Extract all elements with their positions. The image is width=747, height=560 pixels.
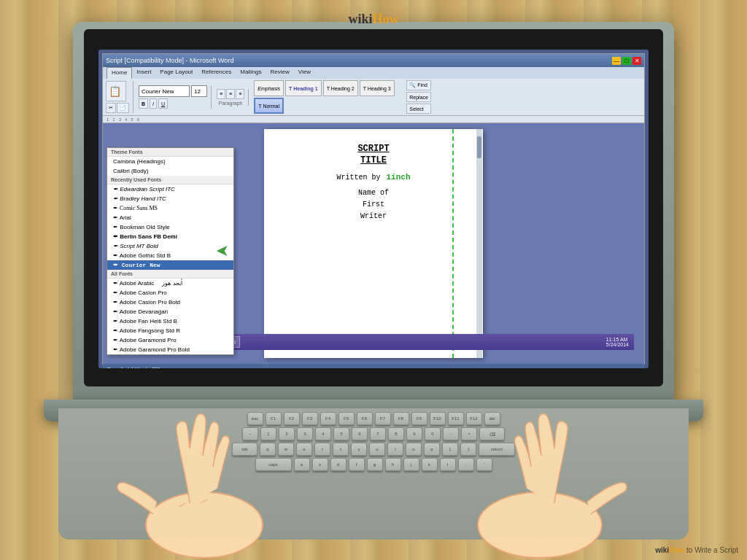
font-size-box[interactable]: 12 (191, 85, 207, 97)
scrollbar[interactable] (476, 129, 482, 358)
tab-references[interactable]: References (197, 67, 236, 79)
key-t[interactable]: t (333, 443, 349, 456)
style-heading1[interactable]: T Heading 1 (285, 80, 322, 96)
key-return[interactable]: return (479, 443, 515, 456)
key-y[interactable]: y (351, 443, 367, 456)
key-f6[interactable]: F6 (357, 412, 373, 425)
key-k[interactable]: k (422, 458, 438, 471)
key-bracket-l[interactable]: [ (442, 443, 458, 456)
key-semi[interactable]: ; (458, 458, 474, 471)
style-emphasis[interactable]: Emphasis (254, 80, 284, 96)
font-adobe-gothic[interactable]: ✒ Adobe Gothic Std B (107, 251, 233, 260)
font-adobe-fanheiti[interactable]: ✒ Adobe Fan Heiti Std B (107, 316, 233, 326)
key-f[interactable]: f (349, 458, 365, 471)
key-j[interactable]: j (403, 458, 419, 471)
key-w[interactable]: w (278, 443, 294, 456)
font-adobe-caslon-bold[interactable]: ✒ Adobe Caslon Pro Bold (107, 298, 233, 307)
key-2[interactable]: 2 (279, 427, 295, 440)
key-3[interactable]: 3 (297, 427, 313, 440)
key-f12[interactable]: F12 (466, 412, 482, 425)
key-f11[interactable]: F11 (448, 412, 464, 425)
font-arial[interactable]: ✒ Arial (107, 213, 233, 222)
font-comic[interactable]: ✒ Comic Sans MS (107, 203, 233, 213)
key-del[interactable]: del (484, 412, 500, 425)
key-f2[interactable]: F2 (284, 412, 300, 425)
style-heading2[interactable]: T Heading 2 (323, 80, 358, 96)
key-a[interactable]: a (294, 458, 310, 471)
key-equals[interactable]: = (461, 427, 477, 440)
key-9[interactable]: 9 (406, 427, 422, 440)
key-1[interactable]: 1 (260, 427, 276, 440)
close-button[interactable]: ✕ (632, 57, 641, 65)
font-script-mt[interactable]: ✒ Script MT Bold (107, 241, 233, 251)
key-f4[interactable]: F4 (320, 412, 336, 425)
scroll-thumb[interactable] (477, 136, 481, 158)
key-minus[interactable]: - (443, 427, 459, 440)
maximize-button[interactable]: □ (622, 57, 631, 65)
font-adobe-devanagari[interactable]: ✒ Adobe Devanagari (107, 307, 233, 316)
cut-button[interactable]: ✂ (106, 103, 116, 113)
key-7[interactable]: 7 (370, 427, 386, 440)
style-heading3[interactable]: T Heading 3 (360, 80, 395, 96)
key-d[interactable]: d (330, 458, 347, 471)
key-tilde[interactable]: ~ (242, 427, 258, 440)
key-f1[interactable]: F1 (266, 412, 282, 425)
key-h[interactable]: h (385, 458, 401, 471)
minimize-button[interactable]: — (612, 57, 621, 65)
tab-page-layout[interactable]: Page Layout (155, 67, 197, 79)
key-o[interactable]: o (406, 443, 422, 456)
paste-button[interactable]: 📋 (106, 81, 126, 101)
key-u[interactable]: u (369, 443, 385, 456)
key-4[interactable]: 4 (315, 427, 331, 440)
align-center-button[interactable]: ≡ (226, 89, 235, 99)
tab-home[interactable]: Home (107, 67, 132, 79)
align-left-button[interactable]: ≡ (217, 89, 225, 99)
key-6[interactable]: 6 (352, 427, 368, 440)
key-e[interactable]: e (296, 443, 312, 456)
key-8[interactable]: 8 (388, 427, 404, 440)
italic-button[interactable]: I (150, 98, 157, 109)
underline-button[interactable]: U (158, 98, 168, 109)
key-r[interactable]: r (314, 443, 330, 456)
key-5[interactable]: 5 (333, 427, 349, 440)
font-dropdown[interactable]: Theme Fonts Cambria (Headings) Calibri (… (107, 147, 234, 355)
replace-button[interactable]: Replace (406, 92, 431, 102)
font-edwardian[interactable]: ✒ Edwardian Script ITC (107, 184, 233, 194)
tab-mailings[interactable]: Mailings (236, 67, 266, 79)
tab-insert[interactable]: Insert (132, 67, 155, 79)
font-courier-new[interactable]: ✒ Courier New (107, 260, 233, 270)
font-adobe-arabic[interactable]: ✒ Adobe Arabic أبجد هوز (107, 279, 233, 288)
key-i[interactable]: i (387, 443, 403, 456)
key-f10[interactable]: F10 (430, 412, 446, 425)
font-adobe-caslon[interactable]: ✒ Adobe Caslon Pro (107, 288, 233, 298)
font-adobe-fangsong[interactable]: ✒ Adobe Fangsong Std R (107, 326, 233, 335)
tab-view[interactable]: View (294, 67, 315, 79)
find-button[interactable]: 🔍 Find (406, 80, 431, 90)
font-adobe-garamond[interactable]: ✒ Adobe Garamond Pro (107, 335, 233, 345)
font-bookman[interactable]: ✒ Bookman Old Style (107, 222, 233, 232)
font-berlin[interactable]: ✒ Berlin Sans FB Demi (107, 232, 233, 241)
key-p[interactable]: p (424, 443, 440, 456)
font-bradley[interactable]: ✒ Bradley Hand ITC (107, 194, 233, 203)
font-cambria[interactable]: Cambria (Headings) (107, 157, 233, 166)
bold-button[interactable]: B (139, 98, 148, 109)
key-quote[interactable]: ' (476, 458, 492, 471)
tab-review[interactable]: Review (266, 67, 294, 79)
key-esc[interactable]: esc (247, 412, 263, 425)
font-name-box[interactable]: Courier New (139, 85, 190, 97)
align-right-button[interactable]: ≡ (236, 89, 244, 99)
font-adobe-garamond-bold[interactable]: ✒ Adobe Garamond Pro Bold (107, 345, 233, 354)
key-backspace[interactable]: ⌫ (479, 427, 505, 440)
key-f5[interactable]: F5 (338, 412, 355, 425)
font-calibri[interactable]: Calibri (Body) (107, 166, 233, 176)
key-g[interactable]: g (367, 458, 383, 471)
key-0[interactable]: 0 (425, 427, 441, 440)
style-normal[interactable]: T Normal (254, 98, 284, 114)
key-f3[interactable]: F3 (302, 412, 318, 425)
copy-button[interactable]: 📄 (117, 103, 129, 113)
key-tab[interactable]: tab (232, 443, 258, 456)
key-f8[interactable]: F8 (393, 412, 409, 425)
key-caps[interactable]: caps (255, 458, 292, 471)
select-button[interactable]: Select (406, 104, 431, 114)
key-q[interactable]: q (260, 443, 276, 456)
